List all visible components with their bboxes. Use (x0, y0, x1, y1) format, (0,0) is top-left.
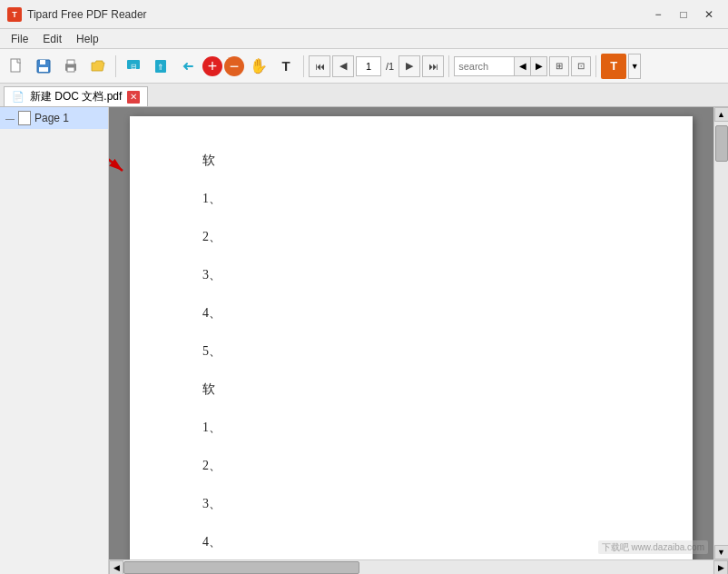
right-scrollbar: ▲ ▼ (713, 107, 728, 559)
text-tool-button[interactable]: T (273, 54, 299, 79)
hscroll-left-button[interactable]: ◀ (109, 560, 123, 575)
prev-page-button[interactable]: ◀ (332, 55, 354, 77)
svg-text:⊟: ⊟ (131, 63, 137, 71)
new-icon (8, 58, 25, 74)
next-page-button[interactable]: ▶ (398, 55, 420, 77)
text-cursor-icon: T (281, 58, 290, 74)
page-total-label: /1 (383, 61, 397, 72)
sep1 (115, 55, 116, 77)
pdf-page: 软 1、 2、 3、 4、 5、 软 1、 2、 3、 4、 软 (130, 116, 693, 559)
zoom-in-button[interactable]: + (202, 56, 222, 76)
tab-doc-icon: 📄 (12, 91, 25, 103)
pdf-line-2: 1、 (202, 191, 656, 207)
menubar: File Edit Help (0, 29, 728, 49)
search-prev-button[interactable]: ◀ (514, 57, 530, 75)
open-icon (90, 58, 106, 74)
tipard-dropdown-button[interactable]: ▼ (628, 54, 641, 79)
scroll-track[interactable] (714, 122, 729, 545)
maximize-button[interactable]: □ (672, 5, 695, 24)
sep4 (595, 55, 596, 77)
fullscreen-button[interactable]: ⊡ (571, 56, 591, 76)
attachment-button[interactable]: ⇑ (148, 54, 173, 79)
attachment-icon: ⇑ (152, 58, 169, 74)
tabbar: 📄 新建 DOC 文档.pdf ✕ (0, 84, 728, 107)
back-icon (180, 58, 196, 74)
open-button[interactable] (85, 54, 111, 79)
page-thumbnail-icon (18, 111, 31, 125)
page-label: Page 1 (34, 112, 69, 124)
page-sidebar: — Page 1 (0, 107, 109, 574)
hscroll-track[interactable] (123, 560, 713, 575)
svg-rect-3 (39, 67, 48, 72)
hscroll-right-button[interactable]: ▶ (713, 560, 728, 575)
tree-expand-icon: — (5, 114, 15, 124)
scroll-up-button[interactable]: ▲ (714, 107, 729, 122)
app-icon: T (7, 7, 22, 22)
bottom-scrollbar: ◀ ▶ (109, 559, 728, 574)
titlebar: T Tipard Free PDF Reader − □ ✕ (0, 0, 728, 29)
tab-label: 新建 DOC 文档.pdf (30, 89, 122, 104)
search-input[interactable] (455, 57, 514, 75)
pdf-line-10: 3、 (202, 496, 656, 512)
minimize-button[interactable]: − (646, 5, 670, 24)
page-navigation: ⏮ ◀ /1 ▶ ⏭ (309, 55, 444, 77)
pdf-line-11: 4、 (202, 534, 656, 550)
pdf-line-4: 3、 (202, 267, 656, 283)
hand-icon: ✋ (250, 57, 268, 74)
save-button[interactable] (31, 54, 56, 79)
pdf-line-6: 5、 (202, 343, 656, 360)
sep3 (448, 55, 449, 77)
svg-text:⇑: ⇑ (157, 63, 164, 72)
save-icon (35, 58, 52, 74)
svg-rect-2 (40, 60, 45, 64)
page-number-input[interactable] (356, 56, 381, 76)
watermark-text: 下载吧 www.dazaiba.com (598, 540, 708, 554)
hscroll-thumb[interactable] (123, 561, 359, 574)
pdf-line-3: 2、 (202, 229, 656, 245)
hand-tool-button[interactable]: ✋ (246, 54, 271, 79)
last-page-button[interactable]: ⏭ (422, 55, 444, 77)
new-button[interactable] (4, 54, 29, 79)
tab-close-button[interactable]: ✕ (127, 91, 140, 104)
arrow-annotation (109, 125, 139, 183)
search-group: ◀ ▶ (454, 56, 547, 76)
bookmark-button[interactable]: ⊟ (121, 54, 146, 79)
svg-rect-5 (67, 60, 74, 64)
back-button[interactable] (175, 54, 201, 79)
svg-rect-6 (67, 67, 74, 72)
zoom-fit-button[interactable]: ⊞ (549, 56, 569, 76)
tipard-button[interactable]: T (601, 54, 626, 79)
search-next-button[interactable]: ▶ (530, 57, 546, 75)
svg-line-12 (109, 133, 123, 171)
pdf-line-1: 软 (202, 153, 656, 169)
pdf-line-7: 软 (202, 381, 656, 398)
scroll-thumb[interactable] (715, 125, 728, 162)
pdf-line-8: 1、 (202, 420, 656, 436)
pdf-viewer[interactable]: 软 1、 2、 3、 4、 5、 软 1、 2、 3、 4、 软 下载吧 www… (109, 107, 713, 559)
pdf-line-9: 2、 (202, 458, 656, 474)
menu-file[interactable]: File (4, 31, 35, 47)
menu-help[interactable]: Help (69, 31, 106, 47)
main-area: — Page 1 (0, 107, 728, 574)
pdf-line-5: 4、 (202, 305, 656, 322)
app-title: Tipard Free PDF Reader (27, 8, 646, 21)
sep2 (303, 55, 304, 77)
print-button[interactable] (58, 54, 84, 79)
toolbar: ⊟ ⇑ + − ✋ T ⏮ ◀ /1 ▶ ⏭ ◀ ▶ ⊞ ⊡ (0, 49, 728, 84)
print-icon (63, 58, 79, 74)
bookmark-icon: ⊟ (125, 58, 142, 74)
close-button[interactable]: ✕ (697, 5, 721, 24)
tipard-icon: T (610, 59, 617, 73)
document-tab[interactable]: 📄 新建 DOC 文档.pdf ✕ (4, 86, 148, 106)
first-page-button[interactable]: ⏮ (309, 55, 330, 77)
menu-edit[interactable]: Edit (35, 31, 69, 47)
watermark: 下载吧 www.dazaiba.com (598, 540, 708, 554)
window-controls: − □ ✕ (646, 5, 721, 24)
scroll-down-button[interactable]: ▼ (714, 545, 729, 559)
zoom-out-button[interactable]: − (224, 56, 244, 76)
page-tree-item-1[interactable]: — Page 1 (0, 107, 108, 129)
